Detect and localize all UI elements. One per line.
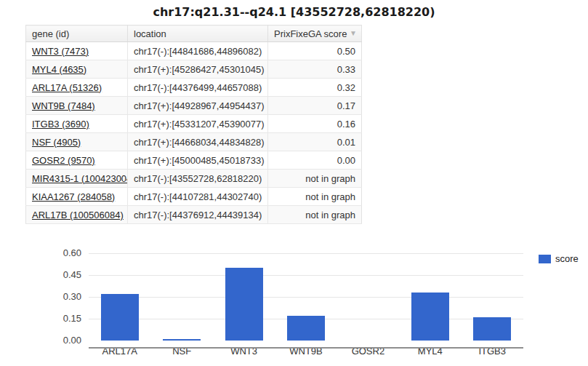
location-cell: chr17(+):[44668034,44834828) — [128, 133, 268, 151]
score-cell: 0.01 — [268, 133, 362, 151]
column-header-score[interactable]: PrixFixeGA score ▼ — [268, 25, 362, 42]
gene-link[interactable]: WNT9B (7484) — [32, 100, 95, 111]
location-cell: chr17(-):[44376912,44439134) — [128, 206, 268, 224]
bar-myl4[interactable] — [411, 293, 449, 341]
gene-link[interactable]: ARL17A (51326) — [32, 82, 102, 93]
chart-legend: score — [539, 253, 579, 264]
table-header-row: gene (id) location PrixFixeGA score ▼ — [26, 25, 362, 42]
table-row: MIR4315-1 (100423004)chr17(-):[43552728,… — [26, 170, 362, 188]
gene-cell: ARL17B (100506084) — [26, 206, 128, 224]
column-header-location[interactable]: location — [128, 25, 268, 42]
score-cell: not in graph — [268, 170, 362, 188]
column-header-gene[interactable]: gene (id) — [26, 25, 128, 42]
y-tick-label: 0.60 — [45, 247, 81, 259]
bar-wnt9b[interactable] — [287, 316, 325, 341]
location-cell: chr17(-):[44107281,44302740) — [128, 188, 268, 206]
bar-slot — [213, 253, 275, 341]
y-tick-label: 0.15 — [45, 313, 81, 325]
gene-link[interactable]: ARL17B (100506084) — [32, 210, 124, 220]
score-cell: 0.00 — [268, 151, 362, 170]
location-cell: chr17(-):[44841686,44896082) — [128, 42, 268, 60]
bars — [89, 253, 523, 341]
gene-cell: ARL17A (51326) — [26, 79, 128, 97]
score-cell: 0.33 — [268, 60, 362, 79]
score-cell: not in graph — [268, 206, 362, 224]
page-title: chr17:q21.31--q24.1 [43552728,62818220) — [0, 5, 588, 19]
bar-slot — [399, 253, 461, 341]
bar-slot — [275, 253, 337, 341]
score-cell: 0.16 — [268, 115, 362, 133]
table-row: WNT9B (7484)chr17(+):[44928967,44954437)… — [26, 97, 362, 115]
chart-plot — [89, 253, 523, 341]
location-cell: chr17(+):[45331207,45390077) — [128, 115, 268, 133]
gene-cell: WNT3 (7473) — [26, 42, 128, 60]
gene-cell: WNT9B (7484) — [26, 97, 128, 115]
location-cell: chr17(+):[45000485,45018733) — [128, 151, 268, 170]
bar-slot — [150, 253, 212, 341]
y-tick-label: 0.45 — [45, 269, 81, 281]
gene-cell: KIAA1267 (284058) — [26, 188, 128, 206]
bar-slot — [89, 253, 150, 341]
gene-link[interactable]: MIR4315-1 (100423004) — [32, 173, 128, 184]
y-tick-label: 0.00 — [45, 335, 81, 346]
gene-table: gene (id) location PrixFixeGA score ▼ WN… — [25, 25, 362, 224]
table-row: WNT3 (7473)chr17(-):[44841686,44896082)0… — [26, 42, 362, 60]
page: chr17:q21.31--q24.1 [43552728,62818220) … — [0, 0, 588, 366]
gene-cell: MIR4315-1 (100423004) — [26, 170, 128, 188]
score-cell: not in graph — [268, 188, 362, 206]
gene-link[interactable]: ITGB3 (3690) — [32, 119, 89, 130]
table-row: ARL17B (100506084)chr17(-):[44376912,444… — [26, 206, 362, 224]
y-tick-label: 0.30 — [45, 291, 81, 303]
bar-slot — [337, 253, 399, 341]
column-header-score-label: PrixFixeGA score — [274, 28, 347, 39]
legend-swatch — [539, 255, 551, 263]
gene-cell: NSF (4905) — [26, 133, 128, 151]
gene-cell: MYL4 (4635) — [26, 60, 128, 79]
gene-cell: GOSR2 (9570) — [26, 151, 128, 170]
x-axis-line — [89, 347, 523, 349]
score-bar-chart: 0.000.150.300.450.60 ARL17ANSFWNT3WNT9BG… — [0, 246, 588, 362]
bar-slot — [462, 253, 523, 341]
sort-desc-icon: ▼ — [350, 30, 357, 37]
table-row: MYL4 (4635)chr17(+):[45286427,45301045)0… — [26, 60, 362, 79]
table-row: ITGB3 (3690)chr17(+):[45331207,45390077)… — [26, 115, 362, 133]
gene-link[interactable]: KIAA1267 (284058) — [32, 191, 115, 202]
gene-cell: ITGB3 (3690) — [26, 115, 128, 133]
gene-link[interactable]: GOSR2 (9570) — [32, 155, 95, 166]
bar-itgb3[interactable] — [473, 317, 511, 341]
score-cell: 0.32 — [268, 79, 362, 97]
table-row: NSF (4905)chr17(+):[44668034,44834828)0.… — [26, 133, 362, 151]
location-cell: chr17(+):[44928967,44954437) — [128, 97, 268, 115]
table-row: KIAA1267 (284058)chr17(-):[44107281,4430… — [26, 188, 362, 206]
location-cell: chr17(-):[43552728,62818220) — [128, 170, 268, 188]
table-row: ARL17A (51326)chr17(-):[44376499,4465708… — [26, 79, 362, 97]
gene-link[interactable]: WNT3 (7473) — [32, 46, 89, 57]
score-cell: 0.50 — [268, 42, 362, 60]
table-row: GOSR2 (9570)chr17(+):[45000485,45018733)… — [26, 151, 362, 170]
gene-link[interactable]: NSF (4905) — [32, 137, 81, 148]
legend-label: score — [555, 253, 579, 264]
location-cell: chr17(+):[45286427,45301045) — [128, 60, 268, 79]
bar-nsf[interactable] — [163, 339, 201, 341]
bar-arl17a[interactable] — [101, 294, 139, 341]
bar-wnt3[interactable] — [225, 268, 263, 341]
score-cell: 0.17 — [268, 97, 362, 115]
location-cell: chr17(-):[44376499,44657088) — [128, 79, 268, 97]
table-body: WNT3 (7473)chr17(-):[44841686,44896082)0… — [26, 42, 362, 224]
gene-link[interactable]: MYL4 (4635) — [32, 64, 86, 75]
